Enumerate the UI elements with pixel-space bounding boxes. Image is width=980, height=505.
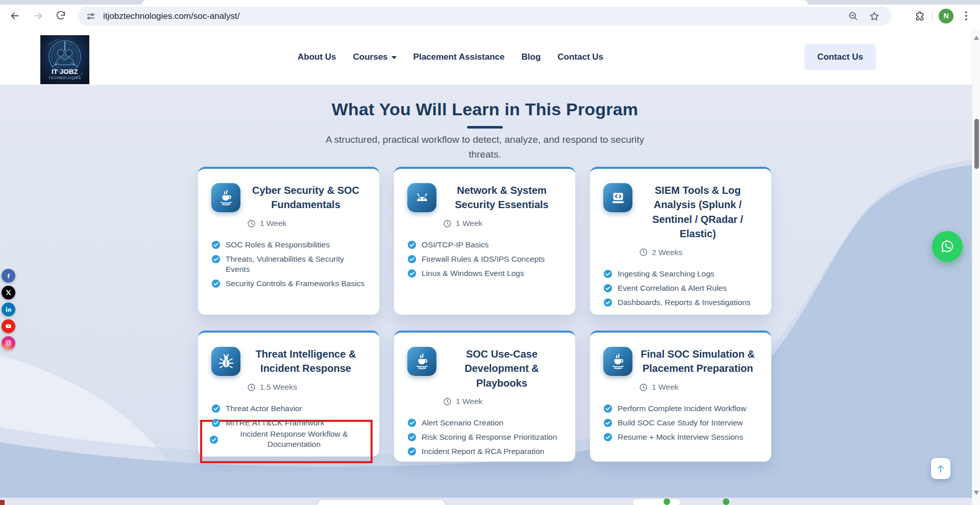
browser-chrome: itjobztechnologies.com/soc-analyst/ N (0, 0, 980, 30)
active-tab[interactable] (142, 0, 808, 5)
course-module-card: SOC Use-Case Development & Playbooks 1 W… (394, 331, 575, 462)
check-icon (407, 433, 416, 442)
module-topics-list: Perform Complete Incident WorkflowBuild … (603, 403, 758, 442)
chrome-right-controls: N (915, 5, 980, 27)
logo-title-text: IT JOBZ (52, 68, 78, 75)
linkedin-icon[interactable] (2, 302, 15, 316)
module-topics-list: Threat Actor BehaviorMITRE ATT&CK Framew… (211, 403, 366, 463)
main-nav: About UsCoursesPlacement AssistanceBlogC… (298, 30, 603, 85)
partial-card (317, 500, 445, 505)
module-title: Threat Intelligence & Incident Response (246, 347, 366, 376)
module-duration: 1 Week (443, 397, 562, 406)
curriculum-cards-grid: Cyber Security & SOC Fundamentals 1 Week… (198, 167, 772, 462)
module-topic: MITRE ATT&CK Framework (226, 418, 324, 428)
course-module-card: Threat Intelligence & Incident Response … (198, 331, 379, 457)
check-icon (211, 255, 220, 264)
module-topic: Risk Scoring & Response Prioritization (422, 432, 557, 442)
module-title: Cyber Security & SOC Fundamentals (246, 183, 366, 212)
profile-avatar[interactable]: N (939, 9, 953, 23)
clock-icon (639, 383, 648, 392)
scroll-to-top-button[interactable] (931, 458, 950, 479)
youtube-icon[interactable] (2, 319, 15, 333)
menu-kebab-icon[interactable] (959, 8, 974, 23)
nav-item-label: Courses (353, 52, 388, 62)
forward-button[interactable] (31, 8, 46, 23)
module-duration: 2 Weeks (639, 248, 758, 257)
check-icon (407, 255, 416, 264)
zoom-out-icon[interactable] (848, 11, 859, 21)
facebook-icon[interactable] (2, 269, 15, 283)
nav-item-about-us[interactable]: About Us (298, 52, 336, 62)
module-topic-row: Linux & Windows Event Logs (407, 268, 562, 279)
duration-label: 1 Week (456, 397, 482, 406)
module-topic-row: Perform Complete Incident Workflow (603, 403, 758, 414)
nav-item-contact-us[interactable]: Contact Us (557, 52, 603, 62)
check-icon (211, 418, 220, 427)
module-topic: Threats, Vulnerabilities & Security Even… (226, 254, 366, 274)
reload-icon (55, 10, 66, 21)
nav-item-placement-assistance[interactable]: Placement Assistance (413, 52, 505, 62)
url-text[interactable]: itjobztechnologies.com/soc-analyst/ (103, 11, 848, 21)
scrollbar-up-arrow[interactable] (974, 36, 979, 40)
card-header: SOC Use-Case Development & Playbooks (407, 347, 562, 390)
screenshot-stage: itjobztechnologies.com/soc-analyst/ N (0, 0, 980, 505)
module-topic-row: Threat Actor Behavior (211, 403, 366, 414)
address-bar[interactable]: itjobztechnologies.com/soc-analyst/ (78, 7, 891, 26)
check-icon (603, 433, 612, 442)
clock-icon (247, 219, 256, 228)
site-header: IT JOBZ TECHNOLOGIES About UsCoursesPlac… (0, 30, 980, 85)
check-icon (209, 435, 218, 444)
reload-button[interactable] (53, 8, 68, 23)
check-icon (407, 269, 416, 278)
module-topic-row: Alert Scenario Creation (407, 418, 562, 428)
partial-green-dot (664, 498, 670, 505)
module-topic: Incident Report & RCA Preparation (422, 446, 544, 457)
check-icon (211, 279, 220, 288)
site-logo[interactable]: IT JOBZ TECHNOLOGIES (40, 35, 89, 85)
nav-item-blog[interactable]: Blog (522, 52, 541, 62)
nav-item-courses[interactable]: Courses (353, 52, 397, 62)
module-topic: SOC Roles & Responsibilities (226, 240, 330, 250)
check-icon (407, 240, 416, 249)
module-title: Network & System Security Essentials (442, 183, 562, 212)
whatsapp-button[interactable] (932, 231, 963, 262)
module-topic: Security Controls & Frameworks Basics (226, 279, 364, 289)
course-module-card: SIEM Tools & Log Analysis (Splunk / Sent… (590, 167, 771, 315)
check-icon (211, 240, 220, 249)
scrollbar-down-arrow[interactable] (974, 491, 979, 495)
bug-icon (211, 347, 240, 376)
site-settings-icon[interactable] (86, 11, 96, 21)
module-topic: Dashboards, Reports & Investigations (618, 297, 750, 308)
scrollbar-thumb[interactable] (974, 119, 979, 169)
module-duration: 1.5 Weeks (247, 383, 366, 392)
module-duration: 1 Week (443, 219, 562, 228)
module-topic: Event Correlation & Alert Rules (618, 283, 727, 293)
module-topics-list: SOC Roles & ResponsibilitiesThreats, Vul… (211, 240, 366, 289)
clock-icon (247, 383, 256, 392)
x-twitter-icon[interactable] (2, 286, 15, 299)
module-topic: Resume + Mock Interview Sessions (618, 432, 743, 442)
logo-image: IT JOBZ TECHNOLOGIES (40, 35, 89, 84)
page-scrollbar[interactable] (972, 30, 980, 505)
bookmark-star-icon[interactable] (869, 11, 880, 22)
duration-label: 1.5 Weeks (260, 383, 297, 392)
social-sidebar (2, 269, 15, 350)
header-contact-button[interactable]: Contact Us (804, 44, 876, 70)
module-topic-row: Risk Scoring & Response Prioritization (407, 432, 562, 442)
module-topic-row: OSI/TCP-IP Basics (407, 240, 562, 250)
clock-icon (639, 248, 648, 257)
check-icon (603, 418, 612, 427)
instagram-icon[interactable] (2, 336, 15, 350)
duration-label: 1 Week (456, 219, 482, 228)
back-button[interactable] (7, 8, 22, 23)
module-topic: Ingesting & Searching Logs (618, 269, 715, 279)
partial-element (0, 500, 5, 505)
laptop-code-icon (603, 183, 632, 212)
course-module-card: Network & System Security Essentials 1 W… (394, 167, 575, 315)
module-topic: Build SOC Case Study for Interview (618, 418, 743, 428)
next-section-peek (0, 497, 980, 505)
extensions-icon[interactable] (915, 10, 926, 21)
whatsapp-icon (939, 238, 956, 255)
module-title: Final SOC Simulation & Placement Prepara… (638, 347, 758, 376)
module-topic-row: Incident Report & RCA Preparation (407, 446, 562, 457)
